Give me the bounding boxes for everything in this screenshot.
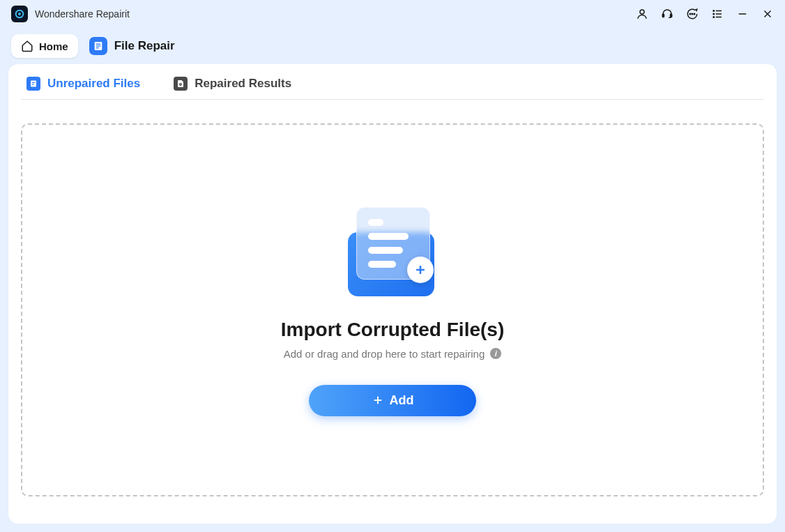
close-icon[interactable] [761, 8, 774, 20]
svg-point-5 [689, 13, 691, 15]
svg-rect-20 [96, 47, 98, 48]
add-button[interactable]: Add [309, 385, 476, 416]
svg-point-8 [713, 10, 715, 12]
info-icon[interactable]: i [490, 348, 501, 359]
tab-unrepaired[interactable]: Unrepaired Files [26, 77, 140, 91]
minimize-icon[interactable] [736, 8, 749, 20]
toolbar: Home File Repair [0, 28, 785, 64]
tab-unrepaired-label: Unrepaired Files [47, 77, 140, 91]
home-icon [21, 40, 33, 52]
svg-rect-18 [96, 44, 100, 45]
section-title: File Repair [114, 39, 175, 53]
account-icon[interactable] [636, 8, 648, 20]
svg-rect-3 [662, 14, 664, 17]
plus-icon [372, 394, 384, 406]
support-headset-icon[interactable] [661, 8, 673, 20]
svg-point-1 [18, 13, 21, 15]
titlebar-right [636, 8, 774, 20]
home-button[interactable]: Home [11, 34, 78, 58]
drop-illustration [344, 204, 441, 302]
unrepaired-file-icon [26, 77, 40, 91]
app-title: Wondershare Repairit [35, 8, 130, 20]
svg-point-7 [694, 13, 695, 15]
svg-rect-4 [671, 14, 672, 17]
drop-subtitle: Add or drag and drop here to start repai… [284, 348, 485, 360]
titlebar-left: Wondershare Repairit [11, 6, 130, 22]
tab-repaired-label: Repaired Results [195, 77, 291, 91]
svg-point-2 [640, 10, 644, 14]
feedback-icon[interactable] [686, 8, 699, 20]
file-repair-icon [89, 37, 107, 55]
home-label: Home [39, 40, 68, 52]
svg-point-12 [713, 17, 715, 18]
app-logo-icon [14, 8, 25, 20]
svg-point-10 [713, 13, 715, 15]
main-panel: Unrepaired Files Repaired Results Import… [8, 64, 777, 524]
drop-title: Import Corrupted File(s) [281, 319, 504, 341]
svg-rect-22 [32, 82, 36, 83]
svg-rect-21 [31, 81, 36, 87]
svg-rect-19 [96, 45, 100, 46]
section-label: File Repair [89, 37, 175, 55]
svg-rect-23 [32, 84, 35, 85]
dropzone[interactable]: Import Corrupted File(s) Add or drag and… [21, 123, 764, 496]
svg-point-6 [692, 13, 693, 15]
plus-badge-icon [407, 257, 434, 283]
tab-repaired[interactable]: Repaired Results [174, 77, 291, 91]
drop-subtitle-row: Add or drag and drop here to start repai… [284, 348, 502, 360]
repaired-file-icon [174, 77, 188, 91]
titlebar: Wondershare Repairit [0, 0, 785, 28]
app-logo [11, 6, 28, 22]
menu-list-icon[interactable] [711, 8, 724, 20]
tabs: Unrepaired Files Repaired Results [21, 64, 764, 100]
add-button-label: Add [390, 393, 414, 408]
